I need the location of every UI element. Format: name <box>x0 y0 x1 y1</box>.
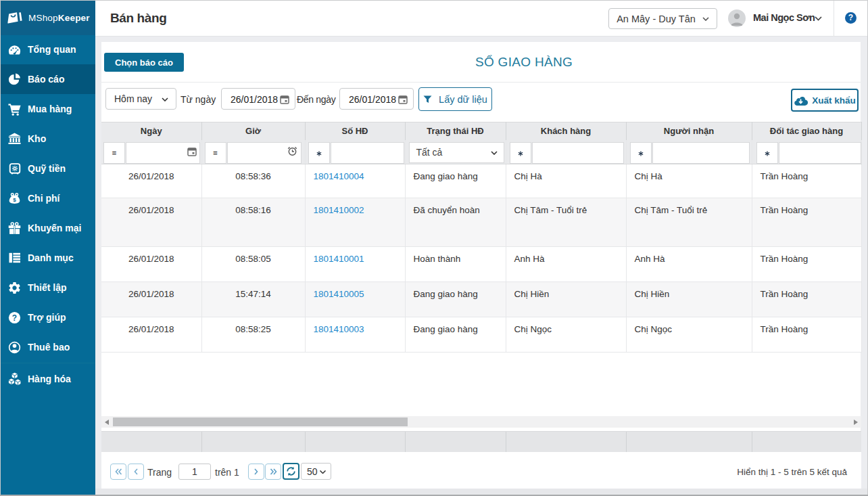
svg-text:?: ? <box>12 313 17 322</box>
svg-text:$: $ <box>13 198 16 204</box>
